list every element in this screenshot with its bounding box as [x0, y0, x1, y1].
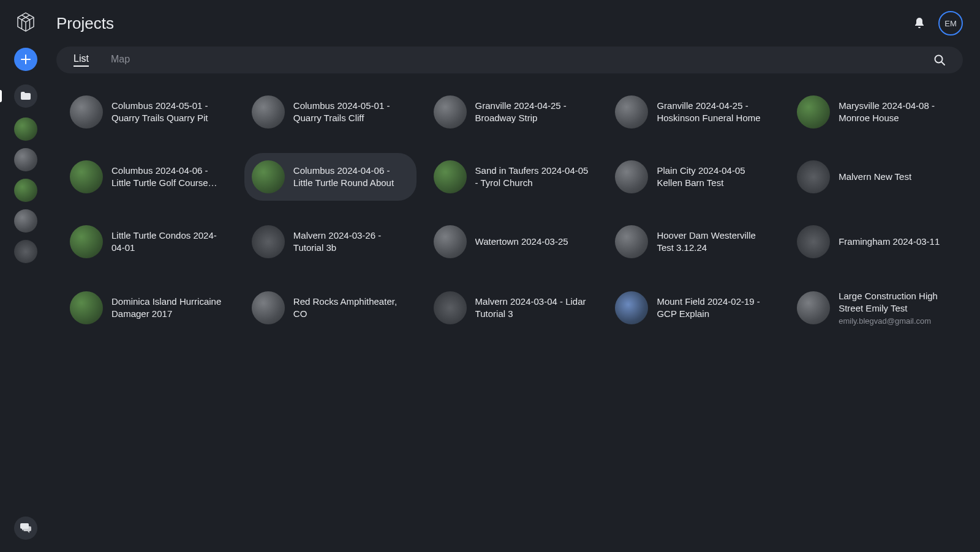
project-text: Large Construction High Street Emily Tes… — [839, 290, 954, 326]
recent-projects-list — [14, 117, 37, 263]
project-text: Columbus 2024-04-06 - Little Turtle Golf… — [111, 165, 227, 190]
project-card[interactable]: Red Rocks Amphitheater, CO — [244, 283, 417, 333]
project-title: Hoover Dam Westerville Test 3.12.24 — [657, 229, 772, 255]
chat-icon — [20, 523, 32, 534]
project-text: Framingham 2024-03-11 — [839, 236, 940, 248]
project-text: Dominica Island Hurricaine Damager 2017 — [111, 296, 227, 321]
user-avatar[interactable]: EM — [938, 11, 963, 35]
project-title: Plain City 2024-04-05 Kellen Barn Test — [657, 165, 772, 190]
project-card[interactable]: Hoover Dam Westerville Test 3.12.24 — [608, 218, 780, 266]
header: Projects EM — [56, 11, 963, 35]
project-card[interactable]: Marysville 2024-04-08 - Monroe House — [790, 88, 962, 136]
project-title: Large Construction High Street Emily Tes… — [839, 290, 954, 315]
main-content: Projects EM List Map Columbus 2024-05-01… — [51, 0, 980, 552]
project-card[interactable]: Columbus 2024-05-01 - Quarry Trails Quar… — [62, 88, 235, 136]
project-card[interactable]: Granville 2024-04-25 - Broadway Strip — [426, 88, 598, 136]
project-thumbnail — [797, 95, 830, 129]
recent-project-thumb[interactable] — [14, 179, 37, 202]
project-thumbnail — [615, 225, 648, 258]
sidebar — [0, 0, 51, 552]
project-text: Malvern 2024-03-04 - Lidar Tutorial 3 — [475, 296, 591, 321]
project-card[interactable]: Malvern 2024-03-26 - Tutorial 3b — [244, 218, 417, 266]
project-card[interactable]: Framingham 2024-03-11 — [790, 218, 962, 266]
project-text: Marysville 2024-04-08 - Monroe House — [839, 100, 954, 125]
project-text: Watertown 2024-03-25 — [475, 236, 568, 248]
project-text: Columbus 2024-04-06 - Little Turtle Roun… — [293, 165, 409, 190]
chat-button[interactable] — [14, 517, 37, 540]
project-card[interactable]: Dominica Island Hurricaine Damager 2017 — [62, 283, 235, 333]
projects-grid: Columbus 2024-05-01 - Quarry Trails Quar… — [56, 88, 963, 333]
project-thumbnail — [797, 160, 830, 193]
bell-icon — [914, 17, 925, 29]
project-text: Plain City 2024-04-05 Kellen Barn Test — [657, 165, 772, 190]
project-thumbnail — [797, 225, 830, 258]
project-card[interactable]: Granville 2024-04-25 - Hoskinson Funeral… — [608, 88, 780, 136]
project-text: Malvern New Test — [839, 171, 911, 183]
project-title: Granville 2024-04-25 - Broadway Strip — [475, 100, 591, 125]
project-thumbnail — [252, 160, 285, 193]
project-card[interactable]: Malvern 2024-03-04 - Lidar Tutorial 3 — [426, 283, 598, 333]
project-thumbnail — [615, 291, 648, 324]
project-title: Columbus 2024-04-06 - Little Turtle Golf… — [111, 165, 227, 190]
project-card[interactable]: Large Construction High Street Emily Tes… — [790, 283, 962, 333]
project-title: Dominica Island Hurricaine Damager 2017 — [111, 296, 227, 321]
project-text: Mount Field 2024-02-19 - GCP Explain — [657, 296, 772, 321]
project-thumbnail — [252, 225, 285, 258]
project-thumbnail — [70, 225, 103, 258]
project-card[interactable]: Columbus 2024-04-06 - Little Turtle Roun… — [244, 153, 417, 201]
search-button[interactable] — [933, 54, 946, 66]
new-project-button[interactable] — [14, 48, 37, 71]
project-title: Granville 2024-04-25 - Hoskinson Funeral… — [657, 100, 772, 125]
project-card[interactable]: Mount Field 2024-02-19 - GCP Explain — [608, 283, 780, 333]
project-title: Columbus 2024-05-01 - Quarry Trails Quar… — [111, 100, 227, 125]
project-thumbnail — [252, 291, 285, 324]
project-title: Marysville 2024-04-08 - Monroe House — [839, 100, 954, 125]
project-thumbnail — [252, 95, 285, 129]
project-subtitle: emily.blegvad@gmail.com — [839, 316, 954, 326]
tab-list[interactable]: List — [74, 53, 89, 67]
app-logo[interactable] — [15, 11, 37, 33]
project-title: Columbus 2024-04-06 - Little Turtle Roun… — [293, 165, 409, 190]
project-title: Sand in Taufers 2024-04-05 - Tyrol Churc… — [475, 165, 591, 190]
project-thumbnail — [434, 291, 467, 324]
project-title: Watertown 2024-03-25 — [475, 236, 568, 248]
project-card[interactable]: Malvern New Test — [790, 153, 962, 201]
recent-project-thumb[interactable] — [14, 209, 37, 233]
svg-point-2 — [935, 56, 943, 63]
recent-project-thumb[interactable] — [14, 117, 37, 141]
project-title: Red Rocks Amphitheater, CO — [293, 296, 409, 321]
recent-project-thumb[interactable] — [14, 240, 37, 263]
project-card[interactable]: Columbus 2024-04-06 - Little Turtle Golf… — [62, 153, 235, 201]
project-text: Hoover Dam Westerville Test 3.12.24 — [657, 229, 772, 255]
projects-nav[interactable] — [14, 84, 37, 108]
project-text: Granville 2024-04-25 - Hoskinson Funeral… — [657, 100, 772, 125]
project-title: Malvern 2024-03-26 - Tutorial 3b — [293, 229, 409, 255]
project-card[interactable]: Little Turtle Condos 2024-04-01 — [62, 218, 235, 266]
search-icon — [933, 54, 946, 66]
project-thumbnail — [434, 95, 467, 129]
project-title: Malvern 2024-03-04 - Lidar Tutorial 3 — [475, 296, 591, 321]
project-text: Sand in Taufers 2024-04-05 - Tyrol Churc… — [475, 165, 591, 190]
project-thumbnail — [615, 95, 648, 129]
project-thumbnail — [70, 160, 103, 193]
project-title: Columbus 2024-05-01 - Quarry Trails Clif… — [293, 100, 409, 125]
project-title: Malvern New Test — [839, 171, 911, 183]
project-title: Little Turtle Condos 2024-04-01 — [111, 229, 227, 255]
project-text: Red Rocks Amphitheater, CO — [293, 296, 409, 321]
tab-map[interactable]: Map — [111, 54, 130, 66]
project-text: Columbus 2024-05-01 - Quarry Trails Quar… — [111, 100, 227, 125]
project-card[interactable]: Sand in Taufers 2024-04-05 - Tyrol Churc… — [426, 153, 598, 201]
project-card[interactable]: Plain City 2024-04-05 Kellen Barn Test — [608, 153, 780, 201]
project-text: Little Turtle Condos 2024-04-01 — [111, 229, 227, 255]
notifications-button[interactable] — [914, 17, 925, 29]
project-thumbnail — [70, 291, 103, 324]
recent-project-thumb[interactable] — [14, 148, 37, 171]
project-thumbnail — [797, 291, 830, 324]
folder-icon — [20, 91, 31, 101]
svg-line-3 — [942, 62, 945, 65]
project-text: Malvern 2024-03-26 - Tutorial 3b — [293, 229, 409, 255]
project-title: Framingham 2024-03-11 — [839, 236, 940, 248]
project-card[interactable]: Watertown 2024-03-25 — [426, 218, 598, 266]
project-text: Granville 2024-04-25 - Broadway Strip — [475, 100, 591, 125]
project-card[interactable]: Columbus 2024-05-01 - Quarry Trails Clif… — [244, 88, 417, 136]
